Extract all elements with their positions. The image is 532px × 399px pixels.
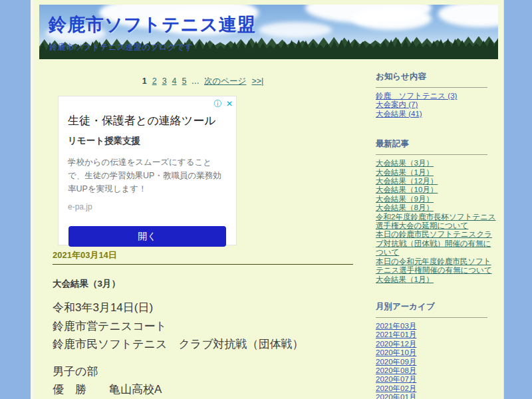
ad-banner[interactable]: ⓘ ✕ 生徒・保護者との連絡ツール リモート授業支援 学校からの伝達をスムーズに… bbox=[58, 96, 237, 245]
sidebar-link[interactable]: 大会結果（3月） bbox=[376, 159, 497, 168]
post-title: 大会結果（3月） bbox=[53, 278, 353, 290]
cloud-image bbox=[438, 5, 498, 27]
blog-page: 鈴鹿市ソフトテニス連盟 鈴鹿市ソフトテニス連盟のブログです 12345…次のペー… bbox=[31, 0, 504, 399]
sidebar-link[interactable]: 2020年12月 bbox=[376, 340, 497, 348]
ad-open-button[interactable]: 開く bbox=[68, 226, 226, 247]
post-line: 男子の部 bbox=[53, 362, 353, 381]
pagination-page-link[interactable]: 4 bbox=[172, 76, 177, 86]
ad-subheadline: リモート授業支援 bbox=[68, 135, 227, 147]
sidebar-link-list: 鈴鹿 ソフトテニス (3)大会案内 (7)大会結果 (41) bbox=[376, 92, 497, 118]
cloud-image bbox=[352, 7, 432, 30]
sidebar-link[interactable]: 2020年08月 bbox=[376, 366, 497, 375]
pagination-page-link[interactable]: 2 bbox=[152, 76, 157, 86]
sidebar-section-title: 月別アーカイブ bbox=[376, 301, 497, 313]
sidebar-link[interactable]: 2020年10月 bbox=[376, 348, 497, 357]
sidebar-link[interactable]: 大会結果（1月） bbox=[376, 275, 497, 284]
post-line: 鈴鹿市民ソフトテニス クラブ対抗戦（団体戦） bbox=[53, 335, 353, 354]
sidebar-link[interactable]: 2020年07月 bbox=[376, 375, 497, 384]
main-column: 12345…次のページ>>| ⓘ ✕ 生徒・保護者との連絡ツール リモート授業支… bbox=[53, 59, 353, 399]
post-line: 優 勝 亀山高校A bbox=[53, 380, 353, 399]
post-line: 令和3年3月14日(日) bbox=[53, 299, 353, 317]
blog-title-link[interactable]: 鈴鹿市ソフトテニス連盟 bbox=[49, 13, 256, 37]
pagination-ellipsis: … bbox=[192, 76, 200, 86]
sidebar-section: 月別アーカイブ2021年03月2021年01月2020年12月2020年10月2… bbox=[376, 301, 497, 399]
post-body: 令和3年3月14日(日)鈴鹿市営テニスコート鈴鹿市民ソフトテニス クラブ対抗戦（… bbox=[53, 299, 353, 399]
blog-header: 鈴鹿市ソフトテニス連盟 鈴鹿市ソフトテニス連盟のブログです bbox=[39, 5, 498, 59]
pagination-page-link[interactable]: 3 bbox=[162, 76, 167, 86]
sidebar-link[interactable]: 鈴鹿 ソフトテニス (3) bbox=[376, 92, 497, 100]
cloud-image bbox=[259, 22, 332, 38]
sidebar-link[interactable]: 大会結果（12月） bbox=[376, 177, 497, 186]
sidebar-link[interactable]: 大会結果（1月） bbox=[376, 168, 497, 177]
sidebar-link[interactable]: 2021年01月 bbox=[376, 331, 497, 339]
pagination-next-link[interactable]: 次のページ bbox=[204, 76, 246, 86]
ad-info-icon[interactable]: ⓘ bbox=[214, 99, 222, 108]
post-date-divider bbox=[53, 264, 353, 265]
sidebar: お知らせ内容鈴鹿 ソフトテニス (3)大会案内 (7)大会結果 (41)最新記事… bbox=[376, 59, 497, 399]
sidebar-link[interactable]: 大会結果（9月） bbox=[376, 195, 497, 203]
blog-subtitle: 鈴鹿市ソフトテニス連盟のブログです bbox=[49, 42, 193, 53]
pagination-current-page: 1 bbox=[142, 76, 147, 86]
ad-body-text: 学校からの伝達をスムーズにすることで、生徒の学習効果UP・教職員の業務効率UPを… bbox=[68, 156, 227, 196]
sidebar-section-title: お知らせ内容 bbox=[376, 71, 497, 82]
ad-close-icon[interactable]: ✕ bbox=[226, 99, 233, 108]
sidebar-link[interactable]: 大会案内 (7) bbox=[376, 100, 497, 109]
sidebar-section-divider bbox=[376, 87, 487, 88]
sidebar-link[interactable]: 大会結果（8月） bbox=[376, 203, 497, 212]
sidebar-section-title: 最新記事 bbox=[376, 138, 497, 150]
ad-headline-link[interactable]: 生徒・保護者との連絡ツール bbox=[68, 113, 227, 128]
sidebar-link[interactable]: 2020年01月 bbox=[376, 393, 497, 399]
pagination-last-link[interactable]: >>| bbox=[251, 76, 263, 86]
sidebar-link[interactable]: 本日の鈴鹿市民ソフトテニスクラブ対抗戦（団体戦）開催の有無について bbox=[376, 230, 497, 257]
sidebar-link[interactable]: 大会結果（10月） bbox=[376, 186, 497, 194]
sidebar-link-list: 2021年03月2021年01月2020年12月2020年10月2020年09月… bbox=[376, 322, 497, 399]
sidebar-link[interactable]: 令和2年度鈴鹿市長杯ソフトテニス選手権大会の延期について bbox=[376, 213, 497, 231]
ad-controls: ⓘ ✕ bbox=[212, 98, 233, 110]
sidebar-section: 最新記事大会結果（3月）大会結果（1月）大会結果（12月）大会結果（10月）大会… bbox=[376, 138, 497, 284]
sidebar-link[interactable]: 2020年02月 bbox=[376, 384, 497, 393]
pagination: 12345…次のページ>>| bbox=[53, 76, 353, 87]
sidebar-section-divider bbox=[376, 317, 487, 318]
post-date: 2021年03月14日 bbox=[53, 249, 353, 261]
pagination-page-link[interactable]: 5 bbox=[182, 76, 187, 86]
post-line bbox=[53, 354, 353, 362]
sidebar-link[interactable]: 2021年03月 bbox=[376, 322, 497, 331]
ad-advertiser-domain: e-pa.jp bbox=[68, 202, 227, 211]
sidebar-link[interactable]: 大会結果 (41) bbox=[376, 110, 497, 118]
sidebar-link[interactable]: 2020年09月 bbox=[376, 358, 497, 366]
sidebar-section-divider bbox=[376, 154, 487, 155]
sidebar-link-list: 大会結果（3月）大会結果（1月）大会結果（12月）大会結果（10月）大会結果（9… bbox=[376, 159, 497, 284]
content-area: 12345…次のページ>>| ⓘ ✕ 生徒・保護者との連絡ツール リモート授業支… bbox=[39, 59, 498, 399]
post: 2021年03月14日 大会結果（3月） 令和3年3月14日(日)鈴鹿市営テニス… bbox=[53, 249, 353, 399]
sidebar-link[interactable]: 本日の令和元年度鈴鹿市民ソフトテニス選手権開催の有無について bbox=[376, 257, 497, 275]
sidebar-section: お知らせ内容鈴鹿 ソフトテニス (3)大会案内 (7)大会結果 (41) bbox=[376, 71, 497, 118]
post-line: 鈴鹿市営テニスコート bbox=[53, 317, 353, 336]
